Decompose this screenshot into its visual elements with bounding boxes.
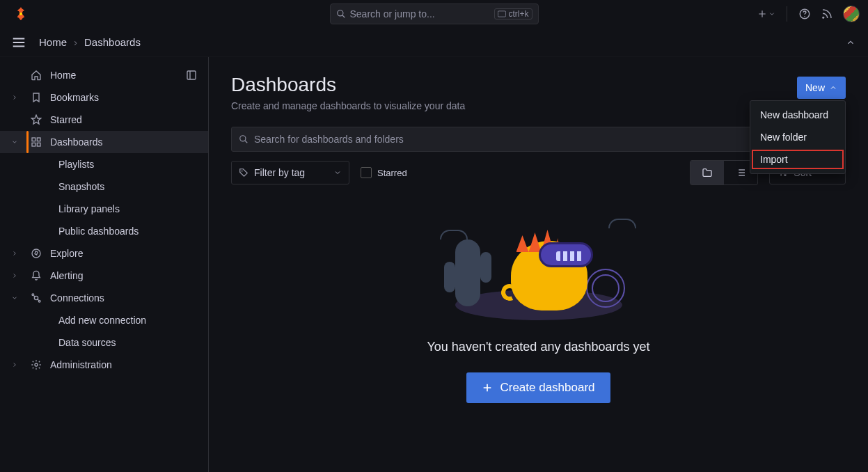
sidebar-item-label: Explore <box>50 248 83 259</box>
chevron-right-icon[interactable] <box>10 94 19 101</box>
panel-icon[interactable] <box>186 70 197 81</box>
empty-illustration <box>434 202 643 327</box>
svg-point-15 <box>32 294 34 296</box>
main-content: Dashboards Create and manage dashboards … <box>209 57 868 472</box>
sidebar-item-data-sources[interactable]: Data sources <box>0 331 208 354</box>
divider <box>787 6 787 22</box>
chevron-down-icon[interactable] <box>10 139 19 145</box>
svg-line-2 <box>342 15 345 18</box>
chevron-down-icon[interactable] <box>10 294 19 301</box>
breadcrumb-current: Dashboards <box>84 36 141 48</box>
sidebar-item-public-dashboards[interactable]: Public dashboards <box>0 220 208 242</box>
chevron-down-icon <box>333 168 342 177</box>
grafana-logo-icon[interactable] <box>13 6 29 22</box>
sidebar-item-dashboards[interactable]: Dashboards <box>0 131 208 153</box>
svg-point-17 <box>35 363 38 366</box>
folder-icon <box>702 167 713 178</box>
sidebar-item-starred[interactable]: Starred <box>0 109 208 131</box>
gear-icon <box>29 359 43 370</box>
empty-state-title: You haven't created any dashboards yet <box>427 340 649 354</box>
menu-item-new-folder[interactable]: New folder <box>750 126 845 148</box>
create-dashboard-button[interactable]: Create dashboard <box>466 372 610 403</box>
sidebar-item-label: Home <box>50 70 76 81</box>
plus-icon <box>482 382 493 393</box>
chevron-up-icon <box>846 38 855 47</box>
news-button[interactable] <box>821 8 833 20</box>
empty-state: You haven't created any dashboards yet C… <box>231 202 846 403</box>
chevron-right-icon[interactable] <box>10 361 19 368</box>
sidebar-item-alerting[interactable]: Alerting <box>0 265 208 287</box>
sidebar-item-label: Starred <box>50 114 82 125</box>
user-avatar[interactable] <box>843 6 860 22</box>
list-icon <box>735 167 746 178</box>
svg-rect-10 <box>37 138 40 141</box>
breadcrumb-separator: › <box>74 36 77 48</box>
sidebar-item-explore[interactable]: Explore <box>0 242 208 265</box>
rss-icon <box>821 8 833 20</box>
new-button[interactable]: New <box>797 77 846 99</box>
global-search-input[interactable]: Search or jump to... ctrl+k <box>330 3 539 24</box>
apps-icon <box>29 136 43 148</box>
breadcrumb-home[interactable]: Home <box>39 36 67 48</box>
tag-filter-select[interactable]: Filter by tag <box>231 161 349 184</box>
dock-menu-button[interactable] <box>8 32 29 53</box>
svg-line-19 <box>245 141 248 143</box>
compass-icon <box>29 248 43 259</box>
sidebar-item-home[interactable]: Home <box>0 64 208 86</box>
search-icon <box>336 9 346 19</box>
plug-icon <box>29 292 43 304</box>
page-title: Dashboards <box>231 74 465 96</box>
breadcrumb: Home › Dashboards <box>39 36 141 48</box>
home-icon <box>29 70 43 81</box>
bookmark-icon <box>29 92 43 103</box>
help-button[interactable] <box>798 8 811 20</box>
menu-item-new-dashboard[interactable]: New dashboard <box>750 104 845 126</box>
svg-rect-3 <box>498 11 506 17</box>
sidebar-item-playlists[interactable]: Playlists <box>0 153 208 175</box>
sidebar-item-label: Alerting <box>50 270 83 281</box>
sidebar-item-label: Bookmarks <box>50 92 99 103</box>
svg-point-5 <box>804 16 805 17</box>
chevron-up-icon <box>829 84 837 92</box>
svg-point-1 <box>337 10 342 16</box>
collapse-button[interactable] <box>842 33 860 52</box>
star-icon <box>29 114 43 125</box>
sidebar-item-administration[interactable]: Administration <box>0 354 208 376</box>
starred-checkbox[interactable] <box>361 167 372 178</box>
view-folders-button[interactable] <box>691 161 724 184</box>
svg-point-18 <box>240 136 246 141</box>
keyboard-icon <box>498 10 506 17</box>
svg-point-0 <box>19 13 22 15</box>
sidebar-item-add-connection[interactable]: Add new connection <box>0 309 208 331</box>
svg-point-16 <box>38 300 40 302</box>
menu-item-import[interactable]: Import <box>750 148 845 171</box>
svg-rect-9 <box>32 138 35 141</box>
breadcrumb-bar: Home › Dashboards <box>0 28 868 57</box>
chevron-right-icon[interactable] <box>10 250 19 257</box>
top-bar: Search or jump to... ctrl+k <box>0 0 868 28</box>
svg-rect-7 <box>187 71 196 79</box>
hamburger-icon <box>11 35 26 50</box>
dashboard-search-placeholder: Search for dashboards and folders <box>254 134 404 145</box>
chevron-down-icon <box>768 10 775 17</box>
svg-rect-11 <box>32 143 35 146</box>
help-icon <box>798 8 811 20</box>
starred-filter[interactable]: Starred <box>361 167 407 178</box>
sidebar-item-label: Administration <box>50 359 112 370</box>
plus-icon <box>757 9 767 19</box>
svg-point-6 <box>822 17 824 19</box>
sidebar-item-bookmarks[interactable]: Bookmarks <box>0 86 208 109</box>
svg-point-13 <box>32 249 40 258</box>
svg-rect-12 <box>37 143 40 146</box>
sidebar-item-label: Connections <box>50 292 104 304</box>
sidebar-item-library-panels[interactable]: Library panels <box>0 198 208 220</box>
sidebar-nav: Home Bookmarks Starred Dashboards Playli… <box>0 57 209 472</box>
topbar-actions <box>757 6 860 22</box>
chevron-right-icon[interactable] <box>10 272 19 279</box>
add-menu-button[interactable] <box>757 9 775 19</box>
sidebar-item-connections[interactable]: Connections <box>0 287 208 309</box>
view-toggle <box>690 160 758 185</box>
svg-point-20 <box>242 171 243 172</box>
sidebar-item-snapshots[interactable]: Snapshots <box>0 175 208 198</box>
keyboard-shortcut-badge: ctrl+k <box>494 8 532 19</box>
